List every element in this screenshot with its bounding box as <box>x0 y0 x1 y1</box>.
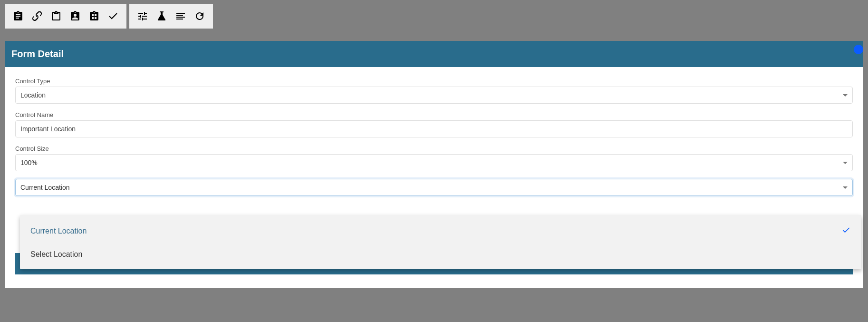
location-mode-dropdown: Current Location Select Location <box>20 215 861 269</box>
control-name-input[interactable]: Important Location <box>15 120 853 137</box>
control-size-field: Control Size 100% <box>15 145 853 171</box>
control-type-field: Control Type Location <box>15 78 853 104</box>
control-size-label: Control Size <box>15 145 853 152</box>
grid-add-icon <box>88 10 100 22</box>
refresh-button[interactable] <box>190 7 209 26</box>
dropdown-item-label: Select Location <box>30 250 82 259</box>
control-type-value: Location <box>20 91 46 99</box>
check-icon <box>841 225 851 237</box>
chevron-down-icon <box>843 94 848 97</box>
id-card-button[interactable] <box>66 7 85 26</box>
chevron-down-icon <box>843 162 848 164</box>
control-name-label: Control Name <box>15 111 853 118</box>
location-mode-field: Current Location <box>15 179 853 196</box>
toolbar-group-2 <box>129 4 213 29</box>
location-mode-select[interactable]: Current Location <box>15 179 853 196</box>
clipboard-button[interactable] <box>47 7 66 26</box>
dropdown-item-current-location[interactable]: Current Location <box>20 219 861 244</box>
dropdown-item-select-location[interactable]: Select Location <box>20 244 861 265</box>
dropdown-item-label: Current Location <box>30 227 87 235</box>
control-name-value: Important Location <box>20 125 76 133</box>
tune-button[interactable] <box>133 7 152 26</box>
control-type-select[interactable]: Location <box>15 87 853 104</box>
clipboard-task-button[interactable] <box>9 7 28 26</box>
control-size-select[interactable]: 100% <box>15 154 853 171</box>
clipboard-task-icon <box>12 10 24 22</box>
link-button[interactable] <box>28 7 47 26</box>
list-icon <box>175 10 186 22</box>
refresh-icon <box>194 10 205 22</box>
flask-icon <box>156 10 167 22</box>
panel-title: Form Detail <box>11 49 64 59</box>
toolbar <box>0 0 868 32</box>
panel-header: Form Detail <box>5 41 863 67</box>
control-size-value: 100% <box>20 159 38 166</box>
status-dot-icon <box>854 45 863 54</box>
grid-add-button[interactable] <box>85 7 104 26</box>
id-card-icon <box>69 10 81 22</box>
check-icon <box>107 10 119 22</box>
toolbar-group-1 <box>5 4 126 29</box>
chevron-down-icon <box>843 186 848 189</box>
tune-icon <box>137 10 148 22</box>
clipboard-icon <box>50 10 62 22</box>
flask-button[interactable] <box>152 7 171 26</box>
link-icon <box>31 10 43 22</box>
location-mode-value: Current Location <box>20 184 70 191</box>
check-button[interactable] <box>104 7 123 26</box>
control-type-label: Control Type <box>15 78 853 85</box>
list-button[interactable] <box>171 7 190 26</box>
control-name-field: Control Name Important Location <box>15 111 853 137</box>
